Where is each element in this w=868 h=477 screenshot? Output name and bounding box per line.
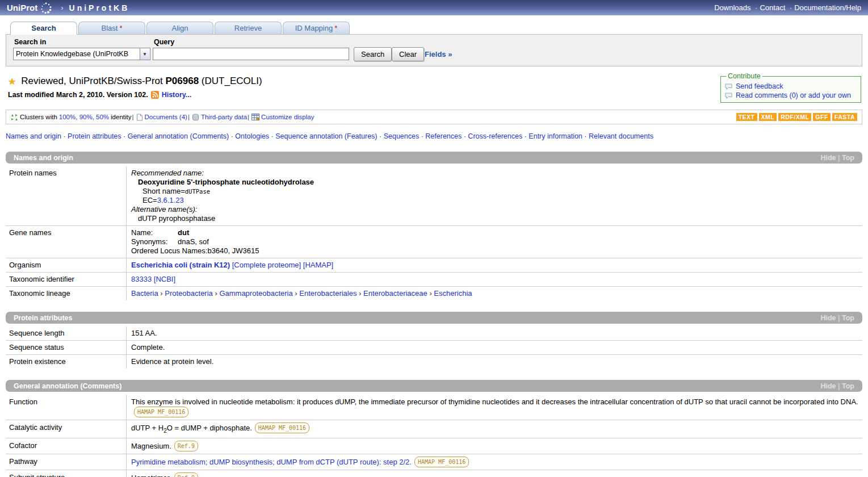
- documents-link[interactable]: Documents (4): [145, 114, 187, 120]
- subunit-structure-row: Subunit structure Homotrimer.Ref.9: [6, 470, 862, 477]
- format-text-button[interactable]: TEXT: [736, 113, 757, 121]
- hamap-link[interactable]: [HAMAP]: [303, 261, 333, 269]
- tab-retrieve[interactable]: Retrieve: [215, 22, 282, 34]
- protein-existence-row: Protein existence Evidence at protein le…: [6, 354, 862, 369]
- contribute-box: Contribute Send feedback Read comments (…: [720, 72, 861, 103]
- hamap-evidence-badge[interactable]: HAMAP MF_00116: [134, 407, 188, 417]
- search-in-select-value: Protein Knowledgebase (UniProtKB: [14, 50, 140, 58]
- nav-protein-attributes[interactable]: Protein attributes: [68, 132, 128, 140]
- reference-badge[interactable]: Ref.9: [174, 441, 198, 451]
- reviewed-status: Reviewed, UniProtKB/Swiss-Prot: [21, 76, 162, 86]
- query-input[interactable]: [153, 48, 349, 60]
- row-value: Evidence at protein level.: [126, 355, 862, 369]
- tab-align[interactable]: Align: [146, 22, 213, 34]
- lineage-link-escherichia[interactable]: Escherichia: [427, 289, 472, 298]
- nav-sequences[interactable]: Sequences: [384, 132, 426, 140]
- row-label: Taxonomic identifier: [6, 273, 126, 286]
- nav-cross-references[interactable]: Cross-references: [468, 132, 529, 140]
- catalytic-pre: dUTP + H: [131, 424, 163, 432]
- row-label: Pathway: [6, 454, 126, 470]
- fields-link[interactable]: Fields »: [425, 50, 452, 58]
- format-fasta-button[interactable]: FASTA: [832, 113, 857, 121]
- section-header-names-and-origin: Names and origin HideTop: [6, 152, 862, 164]
- nav-ontologies[interactable]: Ontologies: [235, 132, 275, 140]
- section-header-protein-attributes: Protein attributes HideTop: [6, 312, 862, 324]
- nav-entry-information[interactable]: Entry information: [529, 132, 589, 140]
- query-label: Query: [154, 38, 174, 46]
- history-link[interactable]: History...: [162, 91, 192, 99]
- downloads-link[interactable]: Downloads: [714, 3, 760, 12]
- hamap-evidence-badge[interactable]: HAMAP MF_00116: [414, 457, 469, 467]
- tab-id-mapping[interactable]: ID Mapping*: [283, 22, 350, 34]
- nav-references[interactable]: References: [425, 132, 468, 140]
- gene-name-key: Name:: [131, 228, 178, 237]
- top-link[interactable]: Top: [842, 382, 854, 390]
- reference-badge[interactable]: Ref.9: [174, 472, 198, 477]
- tab-blast-label: Blast: [102, 24, 118, 32]
- row-label: Gene names: [6, 226, 126, 258]
- complete-proteome-link[interactable]: [Complete proteome]: [232, 261, 301, 269]
- row-label: Cofactor: [6, 438, 126, 454]
- alternative-name: dUTP pyrophosphatase: [131, 214, 862, 223]
- contact-link[interactable]: Contact: [760, 3, 794, 12]
- organism-link[interactable]: Escherichia coli (strain K12): [131, 261, 230, 269]
- customize-display-link[interactable]: Customize display: [261, 114, 314, 120]
- lineage-link-proteobacteria[interactable]: Proteobacteria: [158, 289, 213, 298]
- nav-names-and-origin[interactable]: Names and origin: [6, 132, 68, 140]
- hide-section-link[interactable]: Hide: [820, 382, 836, 390]
- lineage-link-bacteria[interactable]: Bacteria: [131, 289, 158, 298]
- app-title: UniProtKB: [69, 3, 130, 12]
- accession-number: P06968: [166, 76, 199, 86]
- tab-blast-asterisk: *: [119, 24, 122, 32]
- tab-retrieve-label: Retrieve: [234, 24, 262, 32]
- lineage-link-enterobacteriales[interactable]: Enterobacteriales: [293, 289, 357, 298]
- tab-blast[interactable]: Blast*: [78, 22, 145, 34]
- catalytic-text: dUTP + H2O = dUMP + diphosphate.: [131, 424, 252, 432]
- function-text: This enzyme is involved in nucleotide me…: [131, 398, 858, 406]
- select-dropdown-arrow-icon[interactable]: ▼: [140, 48, 149, 60]
- format-rdfxml-button[interactable]: RDF/XML: [778, 113, 811, 121]
- bar-separator: [836, 154, 842, 162]
- third-party-data-link[interactable]: Third-party data: [201, 114, 247, 120]
- breadcrumb-separator: ›: [61, 3, 63, 12]
- nav-relevant-documents[interactable]: Relevant documents: [589, 132, 653, 140]
- toolbar-separator: [132, 114, 134, 120]
- nav-general-annotation[interactable]: General annotation (Comments): [128, 132, 236, 140]
- contribute-title: Contribute: [726, 72, 762, 80]
- search-in-select[interactable]: Protein Knowledgebase (UniProtKB ▼: [13, 48, 150, 60]
- pathway-links[interactable]: Pyrimidine metabolism; dUMP biosynthesis…: [131, 458, 412, 466]
- format-xml-button[interactable]: XML: [759, 113, 777, 121]
- row-value: Complete.: [126, 341, 862, 354]
- section-header-general-annotation: General annotation (Comments) HideTop: [6, 380, 862, 392]
- clear-button[interactable]: Clear: [392, 47, 424, 61]
- clusters-identity-links[interactable]: 100%, 90%, 50%: [59, 114, 109, 120]
- taxid-link[interactable]: 83333: [131, 275, 152, 283]
- section-title: Protein attributes: [14, 314, 73, 322]
- ec-number-link[interactable]: 3.6.1.23: [157, 196, 184, 204]
- hide-section-link[interactable]: Hide: [820, 314, 836, 322]
- read-comments-link[interactable]: Read comments (0) or add your own: [736, 91, 851, 99]
- tab-id-mapping-label: ID Mapping: [295, 24, 333, 32]
- row-label: Catalytic activity: [6, 420, 126, 438]
- hide-section-link[interactable]: Hide: [820, 154, 836, 162]
- nav-sequence-annotation[interactable]: Sequence annotation (Features): [275, 132, 383, 140]
- search-button[interactable]: Search: [354, 47, 392, 61]
- row-label: Organism: [6, 258, 126, 272]
- documentation-help-link[interactable]: Documentation/Help: [794, 3, 861, 12]
- send-feedback-link[interactable]: Send feedback: [736, 82, 783, 90]
- hamap-evidence-badge[interactable]: HAMAP MF_00116: [255, 422, 309, 433]
- rss-feed-icon[interactable]: [151, 91, 159, 99]
- search-panel: Search in Query Protein Knowledgebase (U…: [6, 34, 862, 66]
- tab-search[interactable]: Search: [10, 22, 77, 35]
- ncbi-link[interactable]: [NCBI]: [154, 275, 175, 283]
- uniprot-logo[interactable]: UniProt: [7, 1, 53, 15]
- lineage-link-gammaproteobacteria[interactable]: Gammaproteobacteria: [213, 289, 293, 298]
- top-link[interactable]: Top: [842, 154, 854, 162]
- pathway-row: Pathway Pyrimidine metabolism; dUMP bios…: [6, 454, 862, 470]
- top-link[interactable]: Top: [842, 314, 854, 322]
- lineage-link-enterobacteriaceae[interactable]: Enterobacteriaceae: [357, 289, 427, 298]
- toolbar-separator: [188, 114, 190, 120]
- format-gff-button[interactable]: GFF: [813, 113, 831, 121]
- third-party-database-icon: [192, 114, 199, 121]
- last-modified-text: Last modified March 2, 2010. Version 102…: [8, 91, 148, 99]
